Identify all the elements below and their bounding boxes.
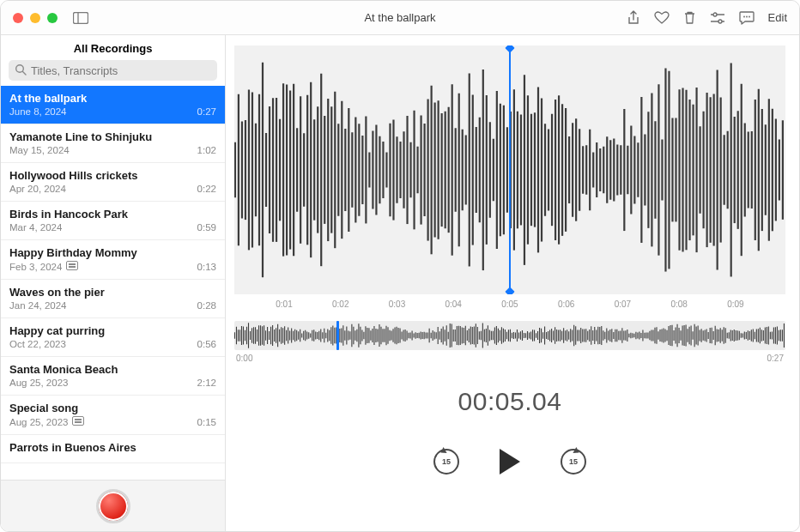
recording-item[interactable]: Birds in Hancock ParkMar 4, 20240:59 — [1, 202, 225, 240]
window-controls — [13, 13, 58, 23]
recording-date: Jan 24, 2024 — [9, 300, 67, 311]
recording-title: Happy cat purring — [9, 324, 216, 337]
recording-duration: 0:28 — [197, 300, 216, 311]
overview-end-time: 0:27 — [767, 354, 784, 363]
recording-duration: 0:27 — [197, 106, 216, 117]
recording-title: Santa Monica Beach — [9, 363, 216, 376]
svg-point-3 — [713, 13, 717, 16]
share-icon[interactable] — [627, 10, 640, 26]
recording-date: Mar 4, 2024 — [9, 222, 62, 233]
recording-duration: 2:12 — [197, 378, 216, 388]
timeline-tick: 0:01 — [276, 299, 292, 309]
waveform-overview[interactable] — [234, 321, 785, 350]
waveform-detail[interactable] — [234, 45, 785, 294]
svg-line-10 — [22, 71, 26, 75]
overview-start-time: 0:00 — [236, 354, 252, 363]
recording-title: Yamanote Line to Shinjuku — [9, 130, 216, 143]
transcript-icon[interactable] — [739, 11, 755, 25]
recordings-list: At the ballparkJune 8, 20240:27Yamanote … — [1, 86, 225, 480]
recording-duration: 0:59 — [197, 222, 216, 233]
search-icon — [15, 63, 27, 76]
recording-duration: 0:22 — [197, 184, 216, 194]
sidebar-header: All Recordings — [1, 35, 225, 60]
recording-item[interactable]: Waves on the pierJan 24, 20240:28 — [1, 280, 225, 318]
skip-back-button[interactable]: 15 — [433, 449, 459, 475]
recording-item[interactable]: Happy cat purringOct 22, 20230:56 — [1, 318, 225, 357]
recording-item[interactable]: Yamanote Line to ShinjukuMay 15, 20241:0… — [1, 124, 225, 163]
recording-date: Feb 3, 2024 — [9, 261, 78, 272]
recording-item[interactable]: Santa Monica BeachAug 25, 20232:12 — [1, 357, 225, 396]
recording-duration: 1:02 — [197, 145, 216, 155]
timeline-tick: 0:09 — [727, 299, 743, 309]
transcript-badge-icon — [72, 416, 84, 426]
timeline-ticks: 0:010:020:030:040:050:060:070:080:09 — [236, 299, 784, 309]
titlebar: At the ballpark Edit — [1, 1, 799, 35]
overview-range: 0:00 0:27 — [236, 354, 784, 363]
record-button[interactable] — [96, 489, 130, 523]
recording-title: Waves on the pier — [9, 286, 216, 299]
recording-item[interactable]: Hollywood Hills cricketsApr 20, 20240:22 — [1, 163, 225, 202]
toggle-sidebar-icon[interactable] — [73, 12, 88, 24]
heart-icon[interactable] — [654, 11, 670, 25]
main-panel: 0:010:020:030:040:050:060:070:080:09 0:0… — [226, 35, 799, 531]
recording-title: Birds in Hancock Park — [9, 208, 216, 221]
transcript-badge-icon — [66, 261, 78, 270]
recording-title: Happy Birthday Mommy — [9, 246, 216, 259]
svg-point-5 — [718, 20, 722, 23]
playback-controls: 15 15 — [234, 447, 785, 476]
recording-duration: 0:15 — [197, 417, 216, 427]
close-window-button[interactable] — [13, 13, 23, 23]
recording-item[interactable]: Happy Birthday MommyFeb 3, 20240:13 — [1, 240, 225, 280]
timeline-tick: 0:08 — [670, 299, 687, 309]
play-button[interactable] — [497, 447, 523, 476]
recording-item[interactable]: Parrots in Buenos Aires — [1, 435, 225, 463]
edit-button[interactable]: Edit — [768, 11, 787, 24]
recording-date: June 8, 2024 — [9, 106, 67, 117]
record-bar — [1, 480, 225, 531]
recording-title: Special song — [9, 402, 216, 414]
overview-playhead[interactable] — [336, 321, 338, 350]
svg-point-7 — [746, 15, 748, 17]
recording-date: Aug 25, 2023 — [9, 416, 84, 427]
search-input[interactable] — [9, 60, 217, 81]
timeline-tick: 0:04 — [445, 299, 461, 309]
fullscreen-window-button[interactable] — [47, 13, 58, 23]
recording-item[interactable]: At the ballparkJune 8, 20240:27 — [1, 86, 225, 124]
playhead-line[interactable] — [509, 49, 511, 291]
recording-title: Parrots in Buenos Aires — [9, 441, 216, 454]
recording-date: Aug 25, 2023 — [9, 378, 68, 388]
minimize-window-button[interactable] — [30, 13, 40, 23]
skip-forward-button[interactable]: 15 — [561, 449, 586, 475]
timeline-tick: 0:07 — [615, 299, 631, 309]
recording-duration: 0:13 — [197, 262, 216, 272]
sidebar: All Recordings At the ballparkJune 8, 20… — [1, 35, 226, 531]
recording-date: May 15, 2024 — [9, 145, 70, 155]
recording-title: Hollywood Hills crickets — [9, 169, 216, 182]
recording-item[interactable]: Special songAug 25, 20230:15 — [1, 396, 225, 435]
trash-icon[interactable] — [683, 10, 696, 25]
sliders-icon[interactable] — [710, 12, 725, 24]
svg-point-8 — [748, 15, 750, 17]
search-field-container — [9, 60, 217, 81]
recording-date: Apr 20, 2024 — [9, 184, 66, 194]
window-title: At the ballpark — [364, 11, 435, 24]
recording-duration: 0:56 — [197, 339, 216, 349]
timeline-tick: 0:05 — [501, 299, 518, 309]
svg-rect-0 — [74, 12, 88, 23]
timeline-tick: 0:03 — [389, 299, 405, 309]
timeline-tick: 0:02 — [332, 299, 348, 309]
current-time-display: 00:05.04 — [234, 387, 785, 416]
recording-title: At the ballpark — [9, 92, 216, 105]
svg-point-6 — [743, 15, 745, 17]
recording-date: Oct 22, 2023 — [9, 339, 66, 349]
timeline-tick: 0:06 — [558, 299, 574, 309]
